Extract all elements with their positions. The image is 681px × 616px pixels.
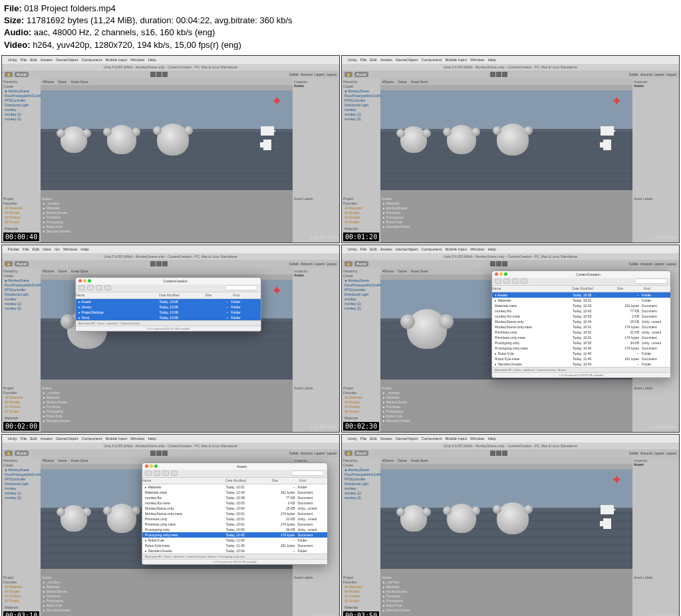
project-panel[interactable]: ProjectFavoritesAll MaterialsAll ModelsA… [342,569,679,616]
asset-item[interactable]: _monkey [42,201,291,206]
inspector-panel[interactable]: InspectorAssets [293,78,339,190]
menu-item[interactable]: Help [487,437,495,441]
project-folder[interactable]: Materials [3,227,39,231]
finder-columns[interactable]: NameDate ModifiedSizeKind [492,286,670,292]
menu-item[interactable]: Window [470,58,484,62]
layers-button[interactable]: Layers [315,451,325,455]
minimize-icon[interactable] [150,464,153,468]
favorite-item[interactable]: All Models [3,400,39,405]
finder-path[interactable]: Macintosh HD › Users › alanthorn › Conte… [142,554,327,559]
favorite-item[interactable]: All Materials [3,585,39,589]
hierarchy-item[interactable]: monkey [3,297,39,302]
menu-item[interactable]: File [21,437,27,441]
unity-toolbar[interactable]: ✋#LocalCollabAccountLayersLayout [2,260,339,268]
search-input[interactable] [634,278,668,284]
tab-game[interactable]: Game [58,80,67,84]
local-button[interactable]: #Local [15,261,29,266]
layout-button[interactable]: Layout [666,72,676,76]
audio-icon[interactable] [263,140,271,150]
finder-row[interactable]: ▸ MaterialsToday, 10:01--Folder [492,298,670,303]
monkey-mesh[interactable] [400,505,427,532]
asset-item[interactable]: _monkey [42,391,291,395]
scene-view[interactable]: #SceneGameAsset Store [41,78,293,190]
project-folder[interactable]: Materials [343,605,379,610]
hierarchy-item[interactable]: monkey [3,486,39,491]
asset-item[interactable]: Standard Assets [382,419,631,423]
menu-item[interactable]: Assets [380,437,392,441]
hierarchy-item[interactable]: monkey [343,108,379,112]
finder-row[interactable]: Primitives.unity.metaToday, 10:01174 byt… [142,522,327,527]
menu-item[interactable]: Assets [380,247,392,251]
project-folder[interactable]: Materials [343,227,379,231]
menu-item[interactable]: Edit [370,437,376,441]
favorite-item[interactable]: All Models [3,589,39,594]
asset-item[interactable]: Prototyping [42,409,291,414]
scene-toolbar[interactable] [41,85,293,90]
hierarchy-panel[interactable]: HierarchyCreate◈ MonkeySceneFloorPrototy… [342,268,380,379]
menu-item[interactable]: Component [421,58,442,62]
menu-item[interactable]: Component [421,247,442,251]
hierarchy-item[interactable]: monkey (1) [343,112,379,117]
project-tab[interactable]: Project [3,197,39,201]
view-icon[interactable] [104,285,111,290]
monkey-mesh[interactable] [61,126,87,153]
hierarchy-item[interactable]: FPSController [3,98,39,103]
play-controls[interactable] [490,261,507,266]
menu-item[interactable]: Window [130,58,144,62]
hand-tool-icon[interactable]: ✋ [5,72,13,77]
tab-game[interactable]: Game [58,269,67,273]
finder-row[interactable]: ▸ AssetsToday, 10:08--Folder [76,299,261,304]
asset-item[interactable]: Prototyping [42,599,291,603]
back-icon[interactable] [78,285,85,290]
tab-asset-store[interactable]: Asset Store [71,80,88,84]
asset-item[interactable]: Standard Assets [42,608,291,613]
finder-body[interactable]: ▸ AssetsToday, 10:08--Folder▸ LibraryTod… [76,299,261,320]
local-button[interactable]: #Local [15,451,29,456]
unity-toolbar[interactable]: ✋#LocalCollabAccountLayersLayout [2,70,339,78]
hierarchy-item[interactable]: monkey [343,486,379,491]
hierarchy-item[interactable]: FloorPrototype64x01x64 [3,94,39,98]
finder-row[interactable]: MonkeyScene.unityToday, 10:0415 KBUnity.… [142,506,327,511]
finder-row[interactable]: MonkeyScene.unity.metaToday, 10:01174 by… [142,511,327,516]
finder-path[interactable]: Macintosh HD › Users › alanthorn › Conte… [76,320,261,326]
hierarchy-item[interactable]: Directional Light [343,103,379,108]
macos-menubar[interactable]: FinderFileEditViewGoWindowHelp [2,245,339,253]
hierarchy-item[interactable]: Directional Light [3,103,39,108]
scene-node[interactable]: ◈ MonkeyScene [343,89,379,94]
tab-scene[interactable]: #Scene [43,269,54,273]
layers-button[interactable]: Layers [654,262,664,266]
hierarchy-item[interactable]: monkey (2) [343,496,379,500]
project-folder[interactable]: Materials [3,416,39,421]
finder-row[interactable]: Primitives.unityToday, 10:0121 KBUnity..… [142,516,327,522]
asset-item[interactable]: Standard Assets [382,225,631,229]
favorite-item[interactable]: All Prefabs [3,215,39,220]
project-tab[interactable]: Project [343,575,379,579]
hierarchy-item[interactable]: FloorPrototype64x01x64 [343,472,379,477]
tab-game[interactable]: Game [398,80,407,84]
finder-row[interactable]: ▸ MaterialsToday, 10:01--Folder [142,484,327,490]
monkey-mesh[interactable] [107,504,136,533]
menu-item[interactable]: Assets [41,58,53,62]
asset-item[interactable]: _monkey [382,391,631,395]
favorite-item[interactable]: All Scripts [3,599,39,603]
collab-button[interactable]: Collab [289,72,299,76]
play-controls[interactable] [490,451,507,456]
hierarchy-item[interactable]: monkey (1) [343,491,379,496]
menu-item[interactable]: Edit [30,58,37,62]
menu-item[interactable]: File [360,58,367,62]
menu-item[interactable]: GameObject [56,437,78,441]
collab-button[interactable]: Collab [289,262,299,266]
hierarchy-item[interactable]: monkey [3,108,39,112]
tab-asset-store[interactable]: Asset Store [71,269,88,273]
finder-toolbar[interactable] [142,470,327,478]
hierarchy-panel[interactable]: HierarchyCreate◈ MonkeySceneFloorPrototy… [2,268,41,379]
menu-item[interactable]: File [360,437,367,441]
menu-item[interactable]: GameObject [396,247,418,251]
asset-item[interactable]: Prototyping [382,409,631,414]
asset-item[interactable]: Materials [382,201,631,206]
collab-button[interactable]: Collab [629,72,638,76]
layout-button[interactable]: Layout [666,451,676,455]
finder-window[interactable]: AssetsNameDate ModifiedSizeKind▸ Materia… [142,462,328,565]
hierarchy-item[interactable]: monkey (1) [3,112,39,117]
project-tab[interactable]: Project [343,197,379,201]
